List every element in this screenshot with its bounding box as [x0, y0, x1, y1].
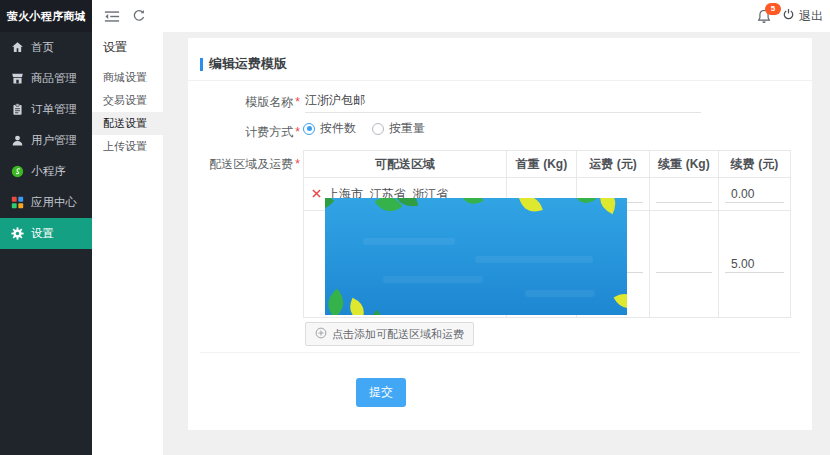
title-accent-bar — [200, 58, 203, 71]
renew-weight-cell — [650, 211, 719, 318]
collapse-menu-icon[interactable] — [104, 9, 120, 27]
edit-template-card: 编辑运费模版 模版名称* 江浙沪包邮 计费方式* 按件数 按重量 — [188, 38, 812, 430]
plus-circle-icon — [315, 327, 327, 341]
logout-button[interactable]: 退出 — [782, 0, 823, 32]
submenu-items: 商城设置 交易设置 配送设置 上传设置 — [92, 66, 163, 158]
page-title: 编辑运费模版 — [200, 55, 287, 73]
radio-by-piece[interactable]: 按件数 — [303, 120, 356, 137]
required-mark: * — [295, 157, 300, 171]
delivery-region-label: 配送区域及运费* — [188, 156, 300, 173]
sidebar-item-products[interactable]: 商品管理 — [0, 63, 92, 94]
table-header-row: 可配送区域 首重 (Kg) 运费 (元) 续重 (Kg) 续费 (元) — [304, 151, 791, 178]
renew-weight-cell — [650, 178, 719, 211]
main-sidebar: 萤火小程序商城 首页 商品管理 订单管理 — [0, 0, 92, 455]
sidebar-item-label: 商品管理 — [31, 71, 77, 86]
sidebar-item-appcenter[interactable]: 应用中心 — [0, 187, 92, 218]
renew-fee-input[interactable]: 0.00 — [725, 185, 784, 203]
submit-button[interactable]: 提交 — [356, 378, 406, 407]
main-nav: 首页 商品管理 订单管理 用户管理 — [0, 32, 92, 249]
notification-bell-icon[interactable]: 5 — [756, 8, 772, 29]
template-name-input[interactable]: 江浙沪包邮 — [305, 88, 701, 113]
header-renew-fee: 续费 (元) — [719, 151, 791, 178]
user-icon — [10, 134, 24, 148]
sidebar-item-users[interactable]: 用户管理 — [0, 125, 92, 156]
add-region-label: 点击添加可配送区域和运费 — [332, 327, 464, 342]
settings-submenu: 设置 商城设置 交易设置 配送设置 上传设置 — [92, 32, 163, 455]
sidebar-item-miniapp[interactable]: 小程序 — [0, 156, 92, 187]
required-mark: * — [295, 95, 300, 109]
notification-badge: 5 — [765, 3, 781, 15]
header-region: 可配送区域 — [304, 151, 507, 178]
template-name-label: 模版名称* — [188, 94, 300, 111]
submenu-item-trade-settings[interactable]: 交易设置 — [92, 89, 163, 112]
apps-grid-icon — [10, 196, 24, 210]
radio-by-weight[interactable]: 按重量 — [372, 120, 425, 137]
header-renew-weight: 续重 (Kg) — [650, 151, 719, 178]
sidebar-item-label: 首页 — [31, 40, 54, 55]
sidebar-item-label: 应用中心 — [31, 195, 77, 210]
submenu-item-label: 上传设置 — [103, 139, 147, 154]
submenu-item-label: 商城设置 — [103, 70, 147, 85]
sidebar-item-label: 设置 — [31, 226, 54, 241]
clipboard-icon — [10, 103, 24, 117]
refresh-icon[interactable] — [132, 9, 146, 27]
renew-weight-input[interactable] — [656, 185, 712, 203]
radio-label: 按重量 — [389, 120, 425, 137]
submenu-title: 设置 — [92, 32, 163, 62]
submenu-item-label: 配送设置 — [103, 116, 147, 131]
sidebar-item-home[interactable]: 首页 — [0, 32, 92, 63]
store-icon — [10, 72, 24, 86]
sidebar-item-orders[interactable]: 订单管理 — [0, 94, 92, 125]
sidebar-item-label: 订单管理 — [31, 102, 77, 117]
radio-label: 按件数 — [320, 120, 356, 137]
miniapp-icon — [10, 165, 24, 179]
gear-icon — [10, 227, 24, 241]
renew-weight-input[interactable] — [656, 255, 712, 273]
renew-fee-cell: 5.00 — [719, 211, 791, 318]
header-freight: 运费 (元) — [577, 151, 650, 178]
radio-dot-icon — [303, 123, 315, 135]
overlay-image — [325, 198, 627, 315]
sidebar-item-settings[interactable]: 设置 — [0, 218, 92, 249]
billing-method-radios: 按件数 按重量 — [303, 120, 425, 137]
submenu-item-mall-settings[interactable]: 商城设置 — [92, 66, 163, 89]
renew-fee-input[interactable]: 5.00 — [725, 255, 784, 273]
renew-fee-cell: 0.00 — [719, 178, 791, 211]
content-area: 编辑运费模版 模版名称* 江浙沪包邮 计费方式* 按件数 按重量 — [163, 32, 830, 455]
required-mark: * — [295, 125, 300, 139]
delete-region-icon[interactable] — [312, 187, 321, 201]
title-divider — [188, 80, 812, 81]
submenu-item-delivery-settings[interactable]: 配送设置 — [92, 112, 163, 135]
power-icon — [782, 8, 795, 24]
brand-title: 萤火小程序商城 — [0, 0, 92, 32]
sidebar-item-label: 用户管理 — [31, 133, 77, 148]
submenu-item-label: 交易设置 — [103, 93, 147, 108]
page-title-text: 编辑运费模版 — [209, 55, 287, 73]
app-window: 萤火小程序商城 首页 商品管理 订单管理 — [0, 0, 830, 455]
top-bar: 5 退出 — [92, 0, 830, 32]
sidebar-item-label: 小程序 — [31, 164, 66, 179]
logout-label: 退出 — [799, 8, 823, 25]
add-region-button[interactable]: 点击添加可配送区域和运费 — [305, 322, 474, 346]
form-divider — [200, 352, 800, 353]
radio-dot-icon — [372, 123, 384, 135]
header-first-weight: 首重 (Kg) — [507, 151, 577, 178]
billing-method-label: 计费方式* — [188, 124, 300, 141]
home-icon — [10, 41, 24, 55]
submenu-item-upload-settings[interactable]: 上传设置 — [92, 135, 163, 158]
